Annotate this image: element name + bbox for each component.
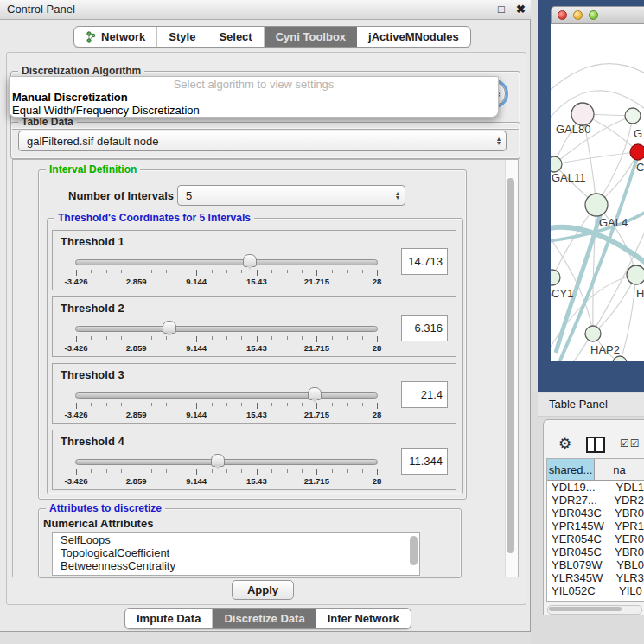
tab-jactivemnodules[interactable]: jActiveMNodules <box>357 27 470 47</box>
threshold-2-panel: Threshold 2 -3.426 2.859 9.144 15.43 21.… <box>52 296 456 357</box>
gear-icon[interactable]: ⚙ <box>558 435 571 453</box>
node-partial-bottom[interactable] <box>613 356 627 361</box>
network-view-canvas[interactable]: GAL80 G C GAL11 GAL4 GCY1 H HAP2 <box>551 24 644 361</box>
threshold-3-slider-thumb[interactable] <box>308 387 322 400</box>
threshold-1-slider-track[interactable] <box>75 259 378 265</box>
node-red-selected[interactable] <box>630 144 644 160</box>
toolbox-tabbar: Network Style Select Cyni Toolbox jActiv… <box>73 26 471 48</box>
slider-tick-labels: -3.426 2.859 9.144 15.43 21.715 28 <box>76 476 377 487</box>
table-horizontal-scrollbar-thumb[interactable] <box>549 607 622 611</box>
control-panel-titlebar[interactable]: Control Panel □ ✖ <box>0 0 531 20</box>
column-layout-icon[interactable] <box>586 437 605 453</box>
apply-button[interactable]: Apply <box>232 580 294 600</box>
threshold-1-slider-thumb[interactable] <box>243 254 257 267</box>
float-window-icon[interactable]: □ <box>498 3 505 16</box>
table-header-row: shared... na <box>547 459 644 481</box>
tab-cyni-toolbox[interactable]: Cyni Toolbox <box>265 27 357 47</box>
threshold-1-panel: Threshold 1 -3.426 2.859 9.144 15.43 21.… <box>52 230 456 290</box>
table-row[interactable]: YPR145W YPR1 <box>547 520 644 532</box>
node-h[interactable] <box>627 265 644 284</box>
threshold-2-value-field[interactable]: 6.316 <box>401 315 448 341</box>
slider-ticks <box>76 335 377 343</box>
threshold-3-value-field[interactable]: 21.4 <box>401 381 448 408</box>
column-header-shared-name[interactable]: shared... <box>547 459 595 480</box>
table-row[interactable]: YDR27... YDR2 <box>547 494 644 507</box>
list-item-betweennesscentrality[interactable]: BetweennessCentrality <box>53 559 419 572</box>
threshold-1-label: Threshold 1 <box>61 235 124 248</box>
tab-discretize-data-label: Discretize Data <box>224 612 304 625</box>
numerical-attributes-list[interactable]: SelfLoops TopologicalCoefficient Between… <box>52 532 420 576</box>
node-label-gal4: GAL4 <box>599 216 628 229</box>
table-row[interactable]: YBR043C YBR0 <box>547 507 644 520</box>
tab-cyni-toolbox-label: Cyni Toolbox <box>276 30 346 43</box>
table-horizontal-scrollbar[interactable] <box>547 605 642 615</box>
list-scrollbar-thumb[interactable] <box>410 536 418 565</box>
table-row[interactable]: YBR045C YBR0 <box>547 545 644 558</box>
node-label-gal80: GAL80 <box>556 123 590 136</box>
select-columns-checkbox-icons[interactable]: ☑☑ <box>620 437 641 450</box>
threshold-3-slider-track[interactable] <box>75 392 378 399</box>
list-item-selfloops[interactable]: SelfLoops <box>53 533 419 546</box>
threshold-3-panel: Threshold 3 -3.426 2.859 9.144 15.43 21.… <box>52 363 456 424</box>
close-window-icon[interactable]: ✖ <box>516 3 526 16</box>
tab-style[interactable]: Style <box>157 27 207 47</box>
discretization-algorithm-title: Discretization Algorithm <box>18 65 144 77</box>
vertical-scrollbar-thumb[interactable] <box>507 178 514 553</box>
threshold-4-slider-thumb[interactable] <box>211 454 225 467</box>
node-gal11[interactable] <box>551 156 562 172</box>
node-hap2[interactable] <box>585 326 601 341</box>
threshold-2-slider-thumb[interactable] <box>163 321 176 334</box>
list-item-topologicalcoefficient[interactable]: TopologicalCoefficient <box>53 546 419 559</box>
node-label-c: C <box>636 161 644 174</box>
algorithm-dropdown-popup: Select algorithm to view settings Manual… <box>9 76 499 118</box>
tab-network[interactable]: Network <box>74 27 157 47</box>
table-row[interactable]: YBL079W YBL0 <box>547 558 644 571</box>
threshold-1-value-field[interactable]: 14.713 <box>401 248 448 275</box>
network-icon <box>86 31 97 43</box>
tab-discretize-data[interactable]: Discretize Data <box>213 609 316 628</box>
table-row[interactable]: YIL052C YIL0 <box>547 584 644 597</box>
node-g[interactable] <box>625 108 641 124</box>
slider-tick-labels: -3.426 2.859 9.144 15.43 21.715 28 <box>76 277 377 287</box>
table-panel-titlebar[interactable]: Table Panel <box>538 393 644 417</box>
table-data-combobox[interactable]: galFiltered.sif default node ▴▾ <box>18 131 507 151</box>
option-manual-discretization[interactable]: Manual Discretization <box>12 91 128 104</box>
tab-infer-network[interactable]: Infer Network <box>316 609 411 628</box>
close-traffic-light-icon[interactable] <box>558 10 567 20</box>
node-attribute-table[interactable]: shared... na YDL19... YDL1 YDR27... YDR2… <box>546 458 644 602</box>
column-header-name[interactable]: na <box>595 459 644 480</box>
table-panel-title: Table Panel <box>549 398 608 411</box>
table-data-selected: galFiltered.sif default node <box>27 135 497 148</box>
tab-infer-network-label: Infer Network <box>328 612 399 625</box>
threshold-4-value-field[interactable]: 11.344 <box>401 448 448 475</box>
table-row[interactable]: YER054C YER0 <box>547 532 644 545</box>
minimize-traffic-light-icon[interactable] <box>573 10 583 20</box>
number-of-intervals-value: 5 <box>186 189 396 202</box>
tab-network-label: Network <box>101 30 145 43</box>
tab-impute-data[interactable]: Impute Data <box>125 609 213 628</box>
tab-select[interactable]: Select <box>207 27 264 47</box>
table-data-title: Table Data <box>18 116 77 128</box>
threshold-2-label: Threshold 2 <box>61 302 124 315</box>
table-data-group: Table Data galFiltered.sif default node … <box>10 122 520 159</box>
node-label-gcy1: GCY1 <box>551 287 573 300</box>
tab-impute-data-label: Impute Data <box>137 612 201 625</box>
slider-tick-labels: -3.426 2.859 9.144 15.43 21.715 28 <box>76 343 377 354</box>
tab-select-label: Select <box>219 30 252 43</box>
node-gal4[interactable] <box>585 194 608 216</box>
panel-title: Control Panel <box>7 3 75 16</box>
threshold-4-slider-track[interactable] <box>75 459 378 465</box>
threshold-2-slider-track[interactable] <box>75 326 378 332</box>
screen: Control Panel □ ✖ Network Style <box>0 0 644 644</box>
option-equal-width-frequency[interactable]: Equal Width/Frequency Discretization <box>12 104 200 117</box>
zoom-traffic-light-icon[interactable] <box>589 10 598 20</box>
node-gcy1[interactable] <box>551 270 560 285</box>
table-row[interactable]: YLR345W YLR3 <box>547 571 644 584</box>
algorithm-hint: Select algorithm to view settings <box>10 78 498 91</box>
table-row[interactable]: YDL19... YDL1 <box>547 481 644 494</box>
control-panel-window: Control Panel □ ✖ Network Style <box>0 0 531 632</box>
network-window-titlebar[interactable] <box>551 6 644 24</box>
table-panel: ⚙ ☑☑ shared... na YDL19... YDL1 YDR27...… <box>543 419 644 615</box>
numerical-attributes-label: Numerical Attributes <box>43 517 153 530</box>
number-of-intervals-combobox[interactable]: 5 ▴▾ <box>177 185 405 206</box>
